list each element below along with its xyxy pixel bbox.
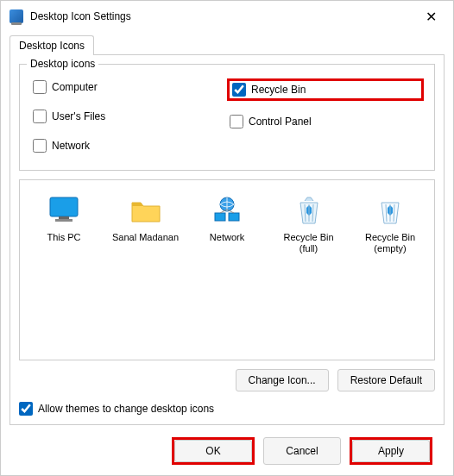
- checkbox-label: Allow themes to change desktop icons: [38, 403, 214, 415]
- checkbox-input[interactable]: [230, 115, 243, 128]
- icon-preview-list[interactable]: This PC Sanal Madanan Network: [19, 179, 435, 360]
- icon-item-this-pc[interactable]: This PC: [27, 192, 101, 245]
- close-icon: ✕: [426, 9, 437, 25]
- icon-item-recycle-bin-empty[interactable]: Recycle Bin (empty): [353, 192, 427, 256]
- icon-label: Recycle Bin (empty): [355, 232, 426, 254]
- icon-item-recycle-bin-full[interactable]: Recycle Bin (full): [272, 192, 346, 256]
- icon-label: Sanal Madanan: [112, 232, 179, 243]
- checkbox-col-right: Recycle Bin Control Panel: [227, 73, 424, 160]
- cancel-button[interactable]: Cancel: [263, 437, 341, 465]
- checkbox-label: Computer: [52, 81, 98, 93]
- svg-rect-5: [229, 213, 239, 221]
- checkbox-users-files[interactable]: User's Files: [30, 108, 227, 125]
- apply-button[interactable]: Apply: [352, 440, 430, 462]
- icon-label: Recycle Bin (full): [274, 232, 344, 254]
- checkbox-columns: Computer User's Files Network: [30, 73, 424, 160]
- highlight-ok: OK: [172, 437, 255, 465]
- svg-rect-1: [59, 216, 69, 219]
- tab-strip: Desktop Icons: [9, 35, 445, 55]
- close-button[interactable]: ✕: [417, 6, 445, 27]
- checkbox-label: Recycle Bin: [251, 84, 306, 96]
- recycle-bin-empty-icon: [373, 194, 407, 229]
- app-icon: [9, 9, 23, 23]
- checkbox-input[interactable]: [33, 80, 47, 94]
- checkbox-input[interactable]: [232, 83, 246, 97]
- ok-button[interactable]: OK: [174, 440, 252, 462]
- titlebar: Desktop Icon Settings ✕: [1, 1, 453, 32]
- network-icon: [210, 194, 244, 229]
- desktop-icons-fieldset: Desktop icons Computer User's Files: [19, 64, 435, 171]
- dialog-button-row: OK Cancel Apply: [9, 425, 445, 476]
- folder-icon: [129, 194, 163, 229]
- wrap-cancel: Cancel: [263, 437, 341, 465]
- icon-item-network[interactable]: Network: [190, 192, 264, 245]
- checkbox-network[interactable]: Network: [30, 137, 227, 154]
- checkbox-recycle-bin[interactable]: Recycle Bin: [230, 81, 308, 98]
- recycle-bin-full-icon: [292, 194, 326, 229]
- svg-rect-2: [55, 219, 73, 222]
- icon-action-row: Change Icon... Restore Default: [19, 369, 435, 391]
- checkbox-control-panel[interactable]: Control Panel: [227, 113, 424, 130]
- icon-grid: This PC Sanal Madanan Network: [27, 192, 427, 256]
- svg-rect-0: [50, 197, 78, 216]
- dialog-title: Desktop Icon Settings: [30, 10, 417, 22]
- change-icon-button[interactable]: Change Icon...: [236, 369, 329, 391]
- checkbox-col-left: Computer User's Files Network: [30, 73, 227, 160]
- checkbox-input[interactable]: [19, 402, 33, 416]
- icon-label: This PC: [47, 232, 80, 243]
- restore-default-button[interactable]: Restore Default: [337, 369, 435, 391]
- dialog-content: Desktop Icons Desktop icons Computer Use…: [1, 32, 453, 476]
- checkbox-label: User's Files: [52, 110, 105, 122]
- checkbox-input[interactable]: [33, 139, 47, 153]
- icon-item-user-folder[interactable]: Sanal Madanan: [109, 192, 183, 245]
- tab-panel: Desktop icons Computer User's Files: [9, 54, 445, 425]
- highlight-apply: Apply: [350, 437, 432, 465]
- desktop-icon-settings-dialog: Desktop Icon Settings ✕ Desktop Icons De…: [0, 0, 454, 476]
- svg-rect-4: [215, 213, 225, 221]
- tab-desktop-icons[interactable]: Desktop Icons: [9, 35, 94, 55]
- fieldset-legend: Desktop icons: [27, 58, 98, 70]
- checkbox-label: Network: [52, 140, 90, 152]
- checkbox-input[interactable]: [33, 110, 47, 123]
- icon-label: Network: [210, 232, 244, 243]
- checkbox-label: Control Panel: [249, 116, 312, 128]
- allow-themes-checkbox[interactable]: Allow themes to change desktop icons: [19, 402, 435, 416]
- highlight-recycle-bin: Recycle Bin: [227, 78, 424, 101]
- monitor-icon: [47, 194, 81, 229]
- checkbox-computer[interactable]: Computer: [30, 78, 227, 96]
